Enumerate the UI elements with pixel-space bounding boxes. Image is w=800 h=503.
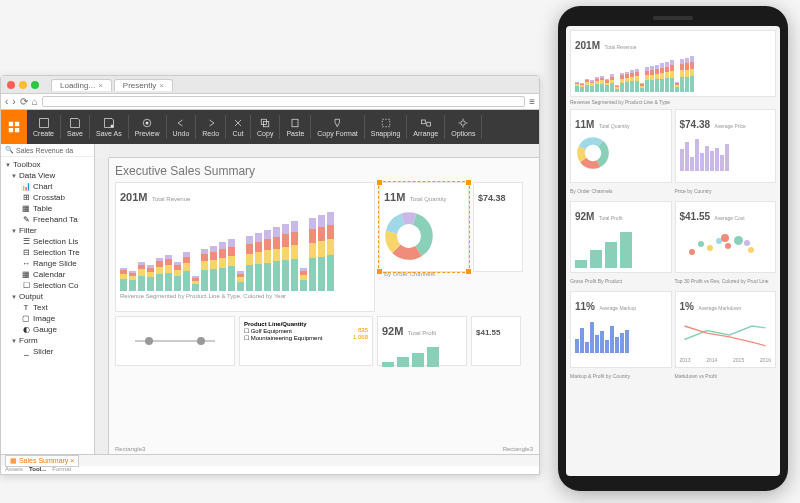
tree-calendar[interactable]: ▦Calendar <box>3 269 92 280</box>
svg-rect-6 <box>421 120 425 124</box>
copy-button[interactable]: Copy <box>251 115 280 139</box>
tab-tool[interactable]: Tool... <box>29 466 46 474</box>
titlebar: Loading...× Presently× <box>1 76 539 94</box>
ruler-horizontal <box>109 144 539 158</box>
cost-card[interactable]: $41.55 <box>471 316 521 366</box>
close-tab-icon[interactable]: × <box>159 81 164 90</box>
slider-card[interactable] <box>115 316 235 366</box>
profit-card[interactable]: 92M Total Profit <box>377 316 467 366</box>
tree-filter[interactable]: ▼Filter <box>3 225 92 236</box>
tree-table[interactable]: ▦Table <box>3 203 92 214</box>
reload-icon[interactable]: ⟳ <box>20 96 28 107</box>
tree-gauge[interactable]: ◐Gauge <box>3 324 92 335</box>
menu-icon[interactable]: ≡ <box>529 96 535 107</box>
p-markup-card[interactable]: 11% Average Markup <box>570 291 672 368</box>
tree-range[interactable]: ↔Range Slide <box>3 258 92 269</box>
tree-image[interactable]: ▢Image <box>3 313 92 324</box>
tree-freehand[interactable]: ✎Freehand Ta <box>3 214 92 225</box>
app-logo-icon[interactable] <box>1 110 27 144</box>
tree-sel-co[interactable]: ☐Selection Co <box>3 280 92 291</box>
tree-dataview[interactable]: ▼Data View <box>3 170 92 181</box>
p-waterfall <box>575 228 667 268</box>
p-scatter <box>680 227 772 263</box>
p-revenue-bars <box>575 56 771 92</box>
desktop-window: Loading...× Presently× ‹ › ⟳ ⌂ ≡ Create … <box>0 75 540 475</box>
page-title: Executive Sales Summary <box>115 164 533 178</box>
arrange-button[interactable]: Arrange <box>407 115 445 139</box>
tab-format[interactable]: Format <box>52 466 71 474</box>
minimize-icon[interactable] <box>19 81 27 89</box>
svg-point-2 <box>146 122 149 125</box>
save-as-button[interactable]: Save As <box>90 115 129 139</box>
back-icon[interactable]: ‹ <box>5 96 8 107</box>
phone-speaker <box>653 16 693 20</box>
design-surface[interactable]: Executive Sales Summary 201M Total Reven… <box>109 158 539 454</box>
forward-icon[interactable]: › <box>12 96 15 107</box>
p-avgprice-card[interactable]: $74.38 Average Price <box>675 109 777 183</box>
phone-screen[interactable]: 201M Total Revenue Revenue Segmented by … <box>566 26 780 476</box>
tree-sel-list[interactable]: ☰Selection Lis <box>3 236 92 247</box>
phone-mockup: 201M Total Revenue Revenue Segmented by … <box>558 6 788 491</box>
p-markdown-card[interactable]: 1% Average Markdown 2013201420152016 <box>675 291 777 368</box>
redo-button[interactable]: Redo <box>196 115 226 139</box>
tree-chart[interactable]: 📊Chart <box>3 181 92 192</box>
donut-chart <box>384 211 434 261</box>
canvas[interactable]: Executive Sales Summary 201M Total Reven… <box>95 144 539 454</box>
snapping-button[interactable]: Snapping <box>365 115 408 139</box>
tree-output[interactable]: ▼Output <box>3 291 92 302</box>
p-profit-card[interactable]: 92M Total Profit <box>570 201 672 273</box>
sidebar-tabs: Assets Tool... Format <box>1 466 71 474</box>
avgprice-card[interactable]: $74.38 <box>473 182 523 272</box>
app-toolbar: Create Save Save As Preview Undo Redo Cu… <box>1 110 539 144</box>
tree-sel-tree[interactable]: ⊟Selection Tre <box>3 247 92 258</box>
p-donut <box>575 135 611 171</box>
cut-button[interactable]: Cut <box>226 115 251 139</box>
revenue-bars <box>120 211 370 291</box>
tree-form[interactable]: ▼Form <box>3 335 92 346</box>
address-input[interactable] <box>42 96 525 107</box>
browser-tab[interactable]: Presently× <box>114 79 173 91</box>
p-quantity-card[interactable]: 11M Total Quantity <box>570 109 672 183</box>
ruler-vertical <box>95 158 109 454</box>
save-button[interactable]: Save <box>61 115 90 139</box>
close-tab-icon[interactable]: × <box>98 81 103 90</box>
tree-slider[interactable]: ⎯Slider <box>3 346 92 357</box>
footer-left: Rectangle3 <box>115 446 145 452</box>
footer-right: Rectangle3 <box>503 446 533 452</box>
bottom-tabs: ▦ Sales Summary × <box>1 454 539 466</box>
home-icon[interactable]: ⌂ <box>32 96 38 107</box>
create-button[interactable]: Create <box>27 115 61 139</box>
revenue-card[interactable]: 201M Total Revenue Revenue Segmented by … <box>115 182 375 312</box>
sidebar: 🔍Sales Revenue da ▼Toolbox ▼Data View 📊C… <box>1 144 95 454</box>
tree-text[interactable]: TText <box>3 302 92 313</box>
copy-format-button[interactable]: Copy Format <box>311 115 364 139</box>
sheet-tab[interactable]: ▦ Sales Summary × <box>5 455 79 467</box>
p-line-chart <box>680 317 770 353</box>
sidebar-header: 🔍Sales Revenue da <box>1 144 94 157</box>
tree-crosstab[interactable]: ⊞Crosstab <box>3 192 92 203</box>
legend-card[interactable]: Product Line/Quantity ☐ Golf Equipment83… <box>239 316 373 366</box>
options-button[interactable]: Options <box>445 115 482 139</box>
p-avgcost-card[interactable]: $41.55 Average Cost <box>675 201 777 273</box>
p-caption: Revenue Segmented by Product Line & Type <box>570 99 776 105</box>
waterfall-chart <box>382 343 462 367</box>
undo-button[interactable]: Undo <box>167 115 197 139</box>
svg-point-8 <box>461 121 466 126</box>
preview-button[interactable]: Preview <box>129 115 167 139</box>
maximize-icon[interactable] <box>31 81 39 89</box>
p-revenue-card[interactable]: 201M Total Revenue <box>570 30 776 97</box>
quantity-card[interactable]: 11M Total Quantity By Order Channels <box>379 182 469 272</box>
close-icon[interactable] <box>7 81 15 89</box>
p-price-bars <box>680 135 772 171</box>
tree-toolbox[interactable]: ▼Toolbox <box>3 159 92 170</box>
browser-tab[interactable]: Loading...× <box>51 79 112 91</box>
p-markup-bars <box>575 317 667 353</box>
svg-rect-7 <box>427 122 431 126</box>
svg-point-0 <box>110 125 113 128</box>
paste-button[interactable]: Paste <box>280 115 311 139</box>
tab-assets[interactable]: Assets <box>5 466 23 474</box>
svg-rect-5 <box>292 119 298 127</box>
tree: ▼Toolbox ▼Data View 📊Chart ⊞Crosstab ▦Ta… <box>1 157 94 359</box>
url-bar: ‹ › ⟳ ⌂ ≡ <box>1 94 539 110</box>
